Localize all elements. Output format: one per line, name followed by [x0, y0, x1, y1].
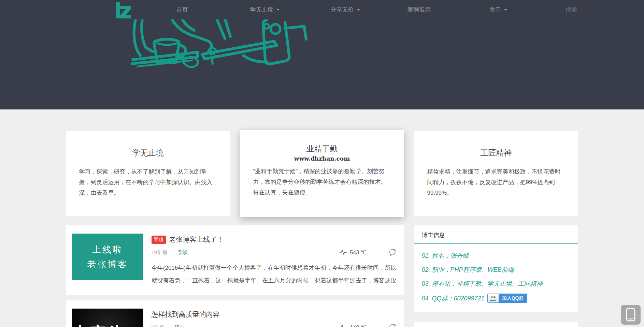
thumbnail-text: 内容为王 — [72, 322, 143, 327]
post-card: 内容为王 怎样找到高质量的内容 9年前 建站 — [66, 300, 404, 327]
post-time: 10年前 — [152, 249, 168, 256]
qq-people-icon — [488, 294, 499, 302]
hero-section: 首页 学无止境 分享无价 案例展示 关于 搜索 — [0, 0, 644, 109]
join-qq-group-label: 加入QQ群 — [499, 294, 527, 302]
feature-text: 学习，探索，研究，从不了解到了解，从无知到掌握，到灵活运用，在不断的学习中加深认… — [79, 166, 217, 198]
nav-item-label: 案例展示 — [407, 6, 431, 14]
post-thumbnail[interactable]: 内容为王 — [72, 309, 143, 327]
nav-item-label: 搜索 — [566, 6, 577, 14]
main-container: 学无止境 学习，探索，研究，从不了解到了解，从无知到掌握，到灵活运用，在不断的学… — [66, 131, 578, 327]
post-heat: 148 ℃ — [339, 324, 367, 327]
post-meta-row: 10年前 杂谈 543 ℃ — [152, 249, 397, 256]
feature-subtitle-url: www.dhzhan.com — [253, 155, 391, 162]
feature-title: 工匠精神 — [481, 148, 512, 158]
chevron-down-icon — [276, 9, 280, 12]
blogger-info-name: 01. 姓名：张丹峰 — [422, 252, 571, 260]
post-title[interactable]: 怎样找到高质量的内容 — [152, 310, 220, 319]
nav-item-about[interactable]: 关于 — [489, 0, 507, 19]
post-time: 9年前 — [152, 324, 164, 327]
feature-title-row: 学无止境 — [79, 148, 217, 158]
post-title-row: 置顶 老张博客上线了！ — [152, 235, 397, 244]
blogger-info-qq-text: 04. QQ群：602099721 — [422, 294, 485, 302]
divider — [343, 149, 391, 149]
post-title[interactable]: 老张博客上线了！ — [169, 235, 224, 244]
hero-desk-illustration — [131, 19, 308, 76]
thumbnail-text: 上线啦 — [92, 242, 123, 257]
widget-title: 博主信息 — [414, 225, 578, 244]
content-row: 上线啦 老张博客 置顶 老张博客上线了！ 10年前 杂谈 — [66, 225, 578, 327]
feature-title-row: 业精于勤 — [253, 144, 391, 154]
nav-item-search[interactable]: 搜索 — [566, 0, 577, 19]
widget-title: 最新文章 — [414, 322, 578, 327]
post-main: 置顶 老张博客上线了！ 10年前 杂谈 543 ℃ — [152, 234, 397, 287]
nav-item-home[interactable]: 首页 — [176, 0, 188, 19]
blogger-info-motto: 03. 座右铭：业精于勤、学无止境、工匠精神 — [422, 280, 571, 288]
post-list: 上线啦 老张博客 置顶 老张博客上线了！ 10年前 杂谈 — [66, 225, 404, 327]
blogger-info-job: 02. 职业：PHP程序猿、WEB前端 — [422, 266, 571, 274]
feature-text: “业精于勤荒于嬉”，精深的业技靠的是勤学、刻苦努力，靠的是争分夺秒的勤学苦练才会… — [253, 166, 391, 198]
feature-title: 学无止境 — [132, 148, 164, 158]
nav-item-label: 分享无价 — [331, 6, 354, 14]
feature-card-craftsmanship: 工匠精神 精益求精，注重细节，追求完美和极致，不惜花费时间精力，孜孜不倦，反复改… — [414, 131, 578, 216]
post-meta-row: 9年前 建站 148 ℃ — [152, 324, 397, 327]
mobile-view-button[interactable] — [621, 305, 641, 325]
nav-item-cases[interactable]: 案例展示 — [407, 0, 431, 19]
post-card: 上线啦 老张博客 置顶 老张博客上线了！ 10年前 杂谈 — [66, 225, 404, 295]
feature-card-diligence: 业精于勤 www.dhzhan.com “业精于勤荒于嬉”，精深的业技靠的是勤学… — [240, 130, 404, 217]
comments-icon[interactable] — [389, 249, 397, 256]
blogger-info-qq: 04. QQ群：602099721 加入QQ群 — [422, 294, 571, 303]
divider — [79, 153, 127, 153]
blogger-info-widget: 博主信息 01. 姓名：张丹峰 02. 职业：PHP程序猿、WEB前端 03. … — [414, 225, 578, 312]
post-excerpt: 今年(2016年)年初就打算做一个个人博客了，在年初时候想着才年初，今年还有很长… — [152, 262, 397, 287]
latest-articles-widget: 最新文章 — [414, 322, 578, 327]
post-thumbnail[interactable]: 上线啦 老张博客 — [72, 234, 143, 280]
divider — [517, 153, 565, 153]
smartphone-icon — [626, 308, 636, 322]
post-meta-right: 148 ℃ — [339, 324, 396, 327]
post-heat-value: 148 ℃ — [350, 324, 367, 327]
pulse-icon — [339, 324, 347, 327]
post-heat: 543 ℃ — [339, 249, 367, 256]
logo-lz-icon[interactable] — [115, 2, 132, 18]
nav-item-share[interactable]: 分享无价 — [331, 0, 360, 19]
thumbnail-text: 老张博客 — [87, 257, 128, 272]
nav-item-study[interactable]: 学无止境 — [250, 0, 280, 19]
pulse-icon — [339, 249, 347, 255]
post-category-link[interactable]: 杂谈 — [177, 249, 188, 256]
divider — [169, 153, 217, 153]
sidebar: 博主信息 01. 姓名：张丹峰 02. 职业：PHP程序猿、WEB前端 03. … — [414, 225, 578, 327]
comments-icon[interactable] — [389, 324, 397, 327]
join-qq-group-button[interactable]: 加入QQ群 — [487, 294, 528, 303]
nav-item-label: 首页 — [176, 6, 188, 14]
post-heat-value: 543 ℃ — [350, 249, 367, 256]
post-main: 怎样找到高质量的内容 9年前 建站 148 ℃ — [152, 309, 397, 327]
feature-title-row: 工匠精神 — [427, 148, 565, 158]
divider — [253, 149, 301, 149]
sticky-badge[interactable]: 置顶 — [152, 236, 166, 244]
chevron-down-icon — [504, 9, 507, 12]
feature-cards-row: 学无止境 学习，探索，研究，从不了解到了解，从无知到掌握，到灵活运用，在不断的学… — [66, 131, 578, 216]
feature-title: 业精于勤 — [306, 144, 338, 154]
blogger-info-list: 01. 姓名：张丹峰 02. 职业：PHP程序猿、WEB前端 03. 座右铭：业… — [414, 244, 578, 312]
post-title-row: 怎样找到高质量的内容 — [152, 310, 397, 319]
navbar: 首页 学无止境 分享无价 案例展示 关于 搜索 — [0, 0, 644, 19]
feature-text: 精益求精，注重细节，追求完美和极致，不惜花费时间精力，孜孜不倦，反复改进产品，把… — [427, 166, 565, 198]
divider — [427, 153, 475, 153]
nav-item-label: 学无止境 — [250, 6, 273, 14]
post-category-link[interactable]: 建站 — [175, 324, 185, 327]
feature-card-study: 学无止境 学习，探索，研究，从不了解到了解，从无知到掌握，到灵活运用，在不断的学… — [66, 131, 230, 216]
nav-item-label: 关于 — [489, 6, 501, 14]
chevron-down-icon — [357, 9, 360, 12]
post-meta-right: 543 ℃ — [339, 249, 396, 256]
